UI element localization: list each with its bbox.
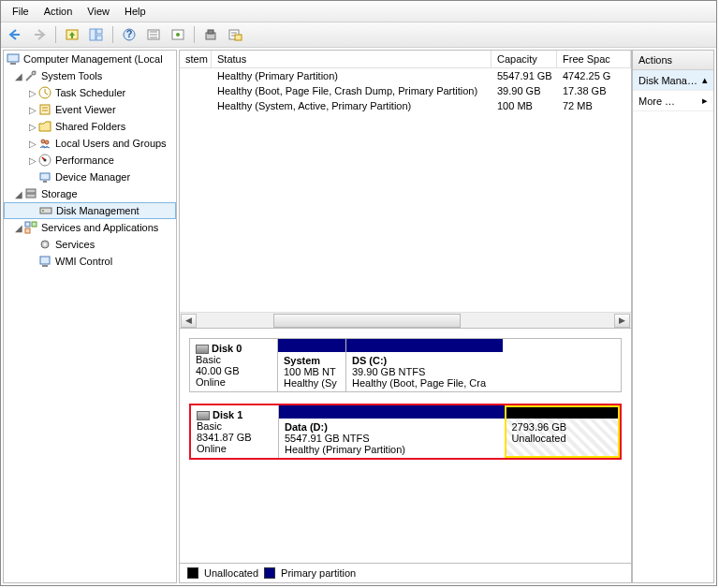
help-button[interactable]: ? — [119, 24, 139, 45]
expand-icon[interactable]: ▷ — [27, 122, 37, 132]
disk-name: Disk 0 — [212, 343, 242, 354]
scroll-thumb[interactable] — [273, 314, 461, 328]
partition-bar — [279, 405, 505, 419]
part-size: 39.90 GB NTFS — [352, 366, 425, 377]
part-status: Unallocated — [511, 433, 565, 444]
expand-icon[interactable]: ▷ — [27, 155, 37, 166]
collapse-icon: ▴ — [702, 74, 708, 86]
svg-rect-28 — [25, 222, 30, 227]
tree-storage[interactable]: ◢Storage — [4, 185, 176, 202]
settings-icon[interactable] — [200, 24, 221, 45]
tool-icon-1[interactable] — [168, 24, 188, 45]
tree-label: Services and Applications — [41, 222, 158, 233]
tree-label: Task Scheduler — [55, 87, 125, 98]
col-capacity[interactable]: Capacity — [492, 51, 557, 67]
volume-row[interactable]: Healthy (Boot, Page File, Crash Dump, Pr… — [180, 83, 631, 98]
svg-rect-33 — [40, 257, 50, 264]
collapse-icon[interactable]: ◢ — [13, 71, 23, 81]
tree-wmi[interactable]: WMI Control — [4, 253, 176, 270]
part-status: Healthy (Primary Partition) — [285, 444, 405, 455]
tree-services-apps[interactable]: ◢Services and Applications — [4, 219, 176, 236]
gear-icon — [37, 237, 52, 252]
h-scrollbar[interactable]: ◀ ▶ — [180, 312, 631, 328]
collapse-icon[interactable]: ◢ — [13, 223, 23, 233]
vol-free: 4742.25 G — [557, 68, 631, 83]
show-console-button[interactable] — [86, 24, 107, 45]
svg-rect-24 — [26, 189, 36, 193]
tools-icon — [23, 68, 38, 83]
svg-rect-3 — [96, 36, 102, 40]
partition-unallocated[interactable]: 2793.96 GBUnallocated — [505, 405, 620, 458]
col-free[interactable]: Free Spac — [557, 51, 631, 67]
tree-system-tools[interactable]: ◢System Tools — [4, 67, 176, 84]
tree-label: WMI Control — [55, 256, 112, 267]
tree-label: System Tools — [41, 70, 102, 81]
expand-icon[interactable]: ▷ — [27, 105, 37, 115]
tree-services[interactable]: Services — [4, 236, 176, 253]
partition-c[interactable]: DS (C:)39.90 GB NTFSHealthy (Boot, Page … — [345, 339, 503, 391]
menu-bar: File Action View Help — [1, 1, 716, 22]
actions-more[interactable]: More …▸ — [633, 91, 713, 111]
tree-disk-management[interactable]: Disk Management — [4, 202, 176, 219]
partition-bar — [346, 339, 503, 352]
vol-free: 72 MB — [557, 98, 631, 113]
tree-local-users[interactable]: ▷Local Users and Groups — [4, 135, 176, 152]
svg-point-15 — [32, 71, 36, 75]
vol-status: Healthy (Primary Partition) — [212, 68, 492, 83]
tree-label: Local Users and Groups — [55, 138, 167, 149]
legend-swatch-unallocated — [187, 567, 198, 579]
back-button[interactable] — [5, 24, 25, 45]
tree-event-viewer[interactable]: ▷Event Viewer — [4, 101, 176, 118]
col-stem[interactable]: stem — [180, 51, 212, 67]
vol-status: Healthy (System, Active, Primary Partiti… — [212, 98, 492, 113]
disk-info: Disk 1 Basic 8341.87 GB Online — [191, 405, 279, 458]
menu-action[interactable]: Action — [37, 3, 81, 20]
legend: Unallocated Primary partition — [179, 564, 632, 583]
disk-1[interactable]: Disk 1 Basic 8341.87 GB Online Data (D:)… — [189, 404, 622, 460]
refresh-icon[interactable] — [143, 24, 164, 45]
collapse-icon[interactable]: ◢ — [13, 189, 23, 199]
tree-shared-folders[interactable]: ▷Shared Folders — [4, 118, 176, 135]
partition-system[interactable]: System100 MB NTHealthy (Sy — [278, 339, 345, 391]
legend-swatch-primary — [264, 567, 275, 579]
expand-icon[interactable]: ▷ — [27, 139, 37, 149]
tree-performance[interactable]: ▷Performance — [4, 152, 176, 169]
svg-point-18 — [41, 140, 45, 143]
scroll-right-icon[interactable]: ▶ — [614, 314, 630, 328]
expand-icon[interactable]: ▷ — [27, 88, 37, 98]
toolbar: ? — [1, 22, 716, 48]
clock-icon — [37, 85, 52, 100]
tree-device-manager[interactable]: Device Manager — [4, 169, 176, 185]
volume-row[interactable]: Healthy (Primary Partition) 5547.91 GB 4… — [180, 68, 631, 83]
properties-icon[interactable] — [225, 24, 245, 45]
menu-file[interactable]: File — [5, 3, 37, 20]
part-status: Healthy (Sy — [284, 377, 337, 389]
svg-rect-22 — [40, 173, 50, 180]
svg-point-19 — [45, 140, 49, 144]
nav-tree[interactable]: Computer Management (Local ◢System Tools… — [3, 50, 177, 583]
menu-help[interactable]: Help — [117, 3, 154, 20]
scroll-left-icon[interactable]: ◀ — [181, 314, 197, 328]
forward-button[interactable] — [29, 24, 50, 45]
tree-task-scheduler[interactable]: ▷Task Scheduler — [4, 84, 176, 101]
disk-type: Basic — [197, 420, 222, 432]
col-status[interactable]: Status — [212, 51, 492, 67]
svg-text:?: ? — [126, 28, 133, 39]
volume-row[interactable]: Healthy (System, Active, Primary Partiti… — [180, 98, 631, 113]
chevron-right-icon: ▸ — [702, 95, 708, 107]
disk-0[interactable]: Disk 0 Basic 40.00 GB Online System100 M… — [189, 338, 622, 392]
svg-rect-12 — [235, 35, 242, 40]
up-button[interactable] — [62, 24, 82, 45]
part-status: Healthy (Boot, Page File, Cra — [352, 377, 486, 389]
legend-primary: Primary partition — [281, 567, 356, 579]
svg-rect-30 — [25, 228, 30, 233]
volume-list-body[interactable]: Healthy (Primary Partition) 5547.91 GB 4… — [180, 68, 631, 312]
menu-view[interactable]: View — [80, 3, 117, 20]
actions-disk-management[interactable]: Disk Mana…▴ — [633, 70, 713, 91]
tree-root[interactable]: Computer Management (Local — [4, 51, 176, 67]
svg-rect-2 — [96, 29, 102, 34]
tree-label: Shared Folders — [55, 121, 125, 132]
partition-d[interactable]: Data (D:)5547.91 GB NTFSHealthy (Primary… — [279, 405, 505, 458]
disk-icon — [197, 411, 210, 420]
tree-label: Event Viewer — [55, 104, 116, 115]
